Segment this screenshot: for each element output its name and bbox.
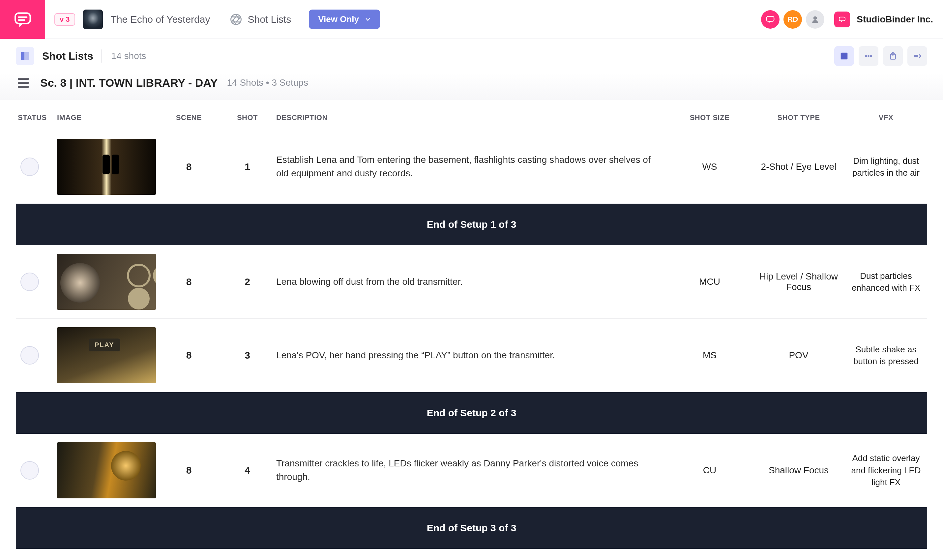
cell-shot-type: 2-Shot / Eye Level [751, 162, 846, 172]
col-status[interactable]: STATUS [16, 113, 57, 122]
cell-scene: 8 [159, 465, 218, 476]
section-shot-lists[interactable]: Shot Lists [230, 13, 291, 26]
tool-filter-menu[interactable] [908, 46, 927, 66]
column-headers: STATUS IMAGE SCENE SHOT DESCRIPTION SHOT… [16, 100, 927, 130]
top-right-group: RD StudioBinder Inc. [761, 10, 943, 29]
shot-lists-title: Shot Lists [42, 50, 93, 62]
subbar-tools [834, 46, 927, 66]
status-toggle[interactable] [20, 272, 39, 291]
aperture-icon [230, 13, 242, 26]
cell-shot-size: WS [668, 162, 751, 172]
col-shot-size[interactable]: SHOT SIZE [668, 113, 751, 122]
shot-thumbnail[interactable] [57, 327, 156, 383]
table-row[interactable]: 81Establish Lena and Tom entering the ba… [16, 130, 927, 204]
svg-point-5 [814, 16, 817, 20]
svg-point-9 [868, 55, 869, 57]
col-shot-type[interactable]: SHOT TYPE [751, 113, 846, 122]
chat-logo-icon [14, 10, 32, 29]
view-mode-label: View Only [318, 14, 359, 25]
svg-rect-12 [914, 55, 918, 57]
project-title[interactable]: The Echo of Yesterday [111, 14, 210, 25]
cell-shot-type: Shallow Focus [751, 465, 846, 475]
status-toggle[interactable] [20, 158, 39, 176]
shot-lists-icon[interactable] [16, 47, 34, 65]
svg-point-10 [870, 55, 872, 57]
more-icon [863, 51, 874, 61]
cell-shot-type: Hip Level / Shallow Focus [751, 271, 846, 292]
tool-layout-card[interactable] [834, 46, 854, 66]
tool-more[interactable] [858, 46, 878, 66]
shot-thumbnail[interactable] [57, 254, 156, 310]
cell-description: Lena blowing off dust from the old trans… [276, 275, 668, 289]
top-left-group: v 3 The Echo of Yesterday Shot Lists Vie… [45, 9, 380, 29]
col-vfx[interactable]: VFX [846, 113, 926, 122]
person-icon [811, 15, 820, 24]
shot-table: STATUS IMAGE SCENE SHOT DESCRIPTION SHOT… [0, 100, 943, 549]
col-description[interactable]: DESCRIPTION [276, 113, 668, 122]
cell-shot-type: POV [751, 350, 846, 361]
cell-shot: 2 [218, 276, 276, 288]
chat-mini-icon [838, 15, 846, 24]
svg-point-8 [865, 55, 867, 57]
cell-description: Lena's POV, her hand pressing the “PLAY”… [276, 349, 668, 362]
export-icon [888, 51, 898, 61]
subbar: Shot Lists 14 shots [0, 39, 943, 73]
cell-shot-size: MS [668, 350, 751, 361]
shot-count: 14 shots [101, 49, 146, 63]
table-row[interactable]: 82Lena blowing off dust from the old tra… [16, 245, 927, 319]
avatar-user-rd[interactable]: RD [783, 10, 802, 29]
project-thumbnail[interactable] [83, 9, 103, 29]
scene-header: Sc. 8 | INT. TOWN LIBRARY - DAY 14 Shots… [0, 73, 943, 100]
tool-export[interactable] [883, 46, 903, 66]
org-badge[interactable] [834, 12, 850, 27]
cell-vfx: Dust particles enhanced with FX [846, 270, 926, 294]
avatar-initials: RD [788, 15, 798, 24]
list-icon[interactable] [16, 75, 31, 90]
cell-vfx: Dim lighting, dust particles in the air [846, 155, 926, 179]
cell-shot-size: CU [668, 465, 751, 475]
cell-description: Transmitter crackles to life, LEDs flick… [276, 457, 668, 483]
status-toggle[interactable] [20, 346, 39, 365]
shot-thumbnail[interactable] [57, 442, 156, 498]
avatar-guest[interactable] [806, 10, 825, 29]
scene-title: Sc. 8 | INT. TOWN LIBRARY - DAY [40, 77, 218, 89]
chevron-down-icon [365, 17, 371, 22]
cell-description: Establish Lena and Tom entering the base… [276, 153, 668, 180]
version-badge[interactable]: v 3 [54, 13, 75, 26]
setup-banner: End of Setup 1 of 3 [16, 204, 927, 245]
app-topbar: v 3 The Echo of Yesterday Shot Lists Vie… [0, 0, 943, 39]
section-label: Shot Lists [248, 14, 291, 25]
cell-shot: 4 [218, 465, 276, 476]
cell-scene: 8 [159, 350, 218, 361]
svg-rect-6 [839, 17, 845, 20]
status-toggle[interactable] [20, 461, 39, 480]
subbar-left: Shot Lists 14 shots [16, 47, 146, 65]
avatar-chat[interactable] [761, 10, 780, 29]
svg-rect-4 [767, 16, 774, 21]
setup-banner: End of Setup 3 of 3 [16, 507, 927, 549]
table-row[interactable]: 83Lena's POV, her hand pressing the “PLA… [16, 319, 927, 392]
col-scene[interactable]: SCENE [159, 113, 218, 122]
cell-vfx: Add static overlay and flickering LED li… [846, 452, 926, 488]
cell-vfx: Subtle shake as button is pressed [846, 343, 926, 368]
svg-rect-0 [15, 13, 30, 23]
cell-shot-size: MCU [668, 277, 751, 287]
svg-rect-7 [841, 53, 848, 60]
col-image[interactable]: IMAGE [57, 113, 159, 122]
cell-scene: 8 [159, 276, 218, 288]
org-name[interactable]: StudioBinder Inc. [857, 14, 933, 25]
setup-banner: End of Setup 2 of 3 [16, 392, 927, 434]
cell-shot: 3 [218, 350, 276, 361]
cell-shot: 1 [218, 161, 276, 172]
view-mode-button[interactable]: View Only [309, 9, 380, 29]
svg-point-3 [231, 14, 241, 25]
table-row[interactable]: 84Transmitter crackles to life, LEDs fli… [16, 434, 927, 507]
chat-icon [765, 14, 775, 25]
brand-logo[interactable] [0, 0, 45, 39]
layout-card-icon [839, 51, 849, 61]
cell-scene: 8 [159, 161, 218, 172]
scene-meta: 14 Shots • 3 Setups [227, 77, 308, 88]
filter-menu-icon [912, 51, 922, 61]
col-shot[interactable]: SHOT [218, 113, 276, 122]
shot-thumbnail[interactable] [57, 139, 156, 195]
